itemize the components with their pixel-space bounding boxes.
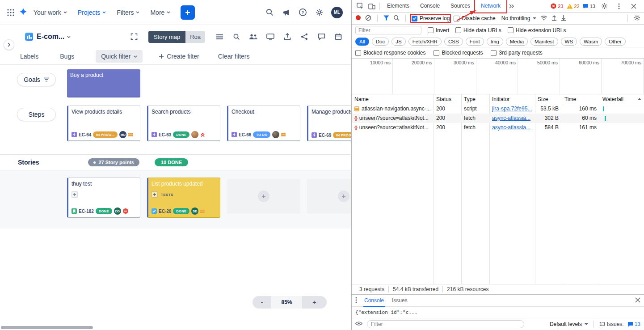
- chip-manifest[interactable]: Manifest: [530, 38, 558, 46]
- step-card[interactable]: View products details EC-64 IN PROG... M…: [67, 106, 140, 141]
- step-card[interactable]: Search products EC-63 DONE: [147, 106, 220, 141]
- column-header-name[interactable]: Name: [352, 94, 434, 104]
- close-devtools-icon[interactable]: [628, 0, 640, 12]
- import-har-icon[interactable]: [551, 15, 557, 22]
- share-icon[interactable]: [300, 32, 309, 41]
- nav-projects[interactable]: Projects: [74, 9, 110, 16]
- error-count-icon[interactable]: 23: [551, 3, 563, 9]
- zoom-out-button[interactable]: -: [253, 296, 271, 309]
- quick-filter-button[interactable]: Quick filter: [96, 50, 143, 63]
- horizontal-scrollbar[interactable]: [1, 326, 93, 329]
- jira-logo[interactable]: [18, 8, 27, 17]
- record-button[interactable]: [355, 15, 361, 22]
- hide-extension-urls-checkbox[interactable]: Hide extension URLs: [508, 27, 566, 34]
- assignee-avatar[interactable]: [272, 131, 279, 138]
- chip-doc[interactable]: Doc: [372, 38, 389, 46]
- devtools-settings-icon[interactable]: [598, 0, 610, 12]
- goal-card[interactable]: Buy a product: [67, 69, 140, 97]
- step-card[interactable]: Checkout EC-66 TO DO: [227, 106, 300, 141]
- sidebar-expand-button[interactable]: [4, 39, 14, 50]
- nav-your-work[interactable]: Your work: [29, 9, 71, 16]
- chip-font[interactable]: Font: [466, 38, 484, 46]
- export-har-icon[interactable]: [561, 15, 566, 22]
- inspect-element-icon[interactable]: [354, 0, 366, 12]
- throttling-dropdown[interactable]: No throttling: [501, 15, 537, 21]
- assignee-avatar[interactable]: DD: [114, 207, 121, 215]
- issues-count-icon[interactable]: 13: [583, 4, 595, 9]
- user-avatar[interactable]: ML: [331, 7, 343, 18]
- bugs-filter[interactable]: Bugs: [60, 53, 74, 60]
- goals-lane-pill[interactable]: Goals: [17, 73, 56, 86]
- chip-fetch-xhr[interactable]: Fetch/XHR: [408, 38, 442, 46]
- chip-css[interactable]: CSS: [444, 38, 463, 46]
- eye-icon[interactable]: [355, 321, 362, 327]
- create-filter-button[interactable]: Create filter: [159, 53, 199, 60]
- filter-funnel-icon[interactable]: [383, 15, 389, 22]
- people-icon[interactable]: [249, 32, 258, 41]
- view-story-map[interactable]: Story map: [148, 31, 185, 43]
- steps-lane-pill[interactable]: Steps: [17, 108, 56, 121]
- search-icon[interactable]: [265, 8, 274, 17]
- calendar-icon[interactable]: [334, 32, 343, 41]
- column-header-waterfall[interactable]: Waterfall: [600, 94, 644, 104]
- column-header-size[interactable]: Size: [535, 94, 562, 104]
- chip-ws[interactable]: WS: [561, 38, 577, 46]
- assignee-avatar[interactable]: MD: [119, 131, 126, 138]
- column-header-status[interactable]: Status: [434, 94, 461, 104]
- nav-more[interactable]: More: [146, 9, 174, 16]
- network-filter-input[interactable]: [355, 26, 421, 34]
- close-drawer-icon[interactable]: [635, 297, 640, 304]
- blocked-response-cookies-checkbox[interactable]: Blocked response cookies: [355, 50, 425, 56]
- chip-img[interactable]: Img: [487, 38, 503, 46]
- initiator-link[interactable]: async-atlassia...: [492, 115, 530, 121]
- column-header-time[interactable]: Time: [562, 94, 600, 104]
- request-row[interactable]: atlassian-navigation.async-... 200 scrip…: [352, 104, 644, 114]
- labels-filter[interactable]: Labels: [20, 53, 38, 60]
- settings-gear-icon[interactable]: [315, 8, 324, 17]
- tab-sources[interactable]: Sources: [445, 0, 476, 12]
- clear-button[interactable]: [365, 15, 371, 22]
- add-button[interactable]: [152, 191, 158, 198]
- backlog-list-icon[interactable]: [215, 32, 224, 41]
- column-header-type[interactable]: Type: [461, 94, 489, 104]
- chip-media[interactable]: Media: [506, 38, 528, 46]
- drawer-tab-issues[interactable]: Issues: [391, 295, 408, 307]
- drawer-tab-console[interactable]: Console: [363, 295, 385, 307]
- chip-other[interactable]: Other: [605, 38, 626, 46]
- help-icon[interactable]: ?: [298, 8, 307, 17]
- initiator-link[interactable]: async-atlassia...: [492, 124, 530, 131]
- chip-js[interactable]: JS: [391, 38, 405, 46]
- create-button[interactable]: [181, 5, 195, 20]
- kebab-menu-icon[interactable]: [613, 0, 625, 12]
- drawer-kebab-menu-icon[interactable]: [355, 297, 357, 305]
- network-settings-gear-icon[interactable]: [634, 14, 640, 22]
- add-card-button[interactable]: [258, 190, 269, 202]
- search-board-icon[interactable]: [232, 32, 241, 41]
- chip-all[interactable]: All: [355, 38, 369, 46]
- console-log-line[interactable]: {"extension_id":"c...: [352, 307, 644, 318]
- issues-bubble-icon[interactable]: 13: [627, 321, 640, 327]
- column-header-initiator[interactable]: Initiator: [489, 94, 535, 104]
- hide-data-urls-checkbox[interactable]: Hide data URLs: [455, 27, 501, 34]
- chevron-down-icon[interactable]: [67, 36, 71, 38]
- announcements-icon[interactable]: [282, 8, 290, 17]
- assignee-avatar[interactable]: DD: [191, 207, 198, 215]
- add-button[interactable]: [72, 191, 78, 198]
- device-toolbar-icon[interactable]: [366, 0, 378, 12]
- project-name[interactable]: E-com...: [37, 33, 64, 41]
- initiator-link[interactable]: jira-spa.72fe95...: [492, 106, 532, 112]
- invert-checkbox[interactable]: Invert: [428, 27, 449, 34]
- request-row[interactable]: {} unseen?source=atlaskitNot... 200 fetc…: [352, 123, 644, 132]
- step-card[interactable]: Manage products EC-69 IN PROG...: [307, 106, 351, 141]
- chip-wasm[interactable]: Wasm: [580, 38, 602, 46]
- view-roadmap[interactable]: Roa: [185, 31, 205, 43]
- network-conditions-icon[interactable]: [540, 15, 547, 22]
- preserve-log-checkbox[interactable]: Preserve log: [412, 15, 450, 21]
- tab-elements[interactable]: Elements: [382, 0, 415, 12]
- disable-cache-checkbox[interactable]: Disable cache: [454, 15, 495, 21]
- log-levels-dropdown[interactable]: Default levels: [550, 321, 588, 327]
- search-network-icon[interactable]: [393, 15, 400, 22]
- zoom-in-button[interactable]: +: [302, 296, 327, 309]
- third-party-requests-checkbox[interactable]: 3rd-party requests: [491, 50, 542, 56]
- request-row[interactable]: {} unseen?source=atlaskitNot... 200 fetc…: [352, 114, 644, 123]
